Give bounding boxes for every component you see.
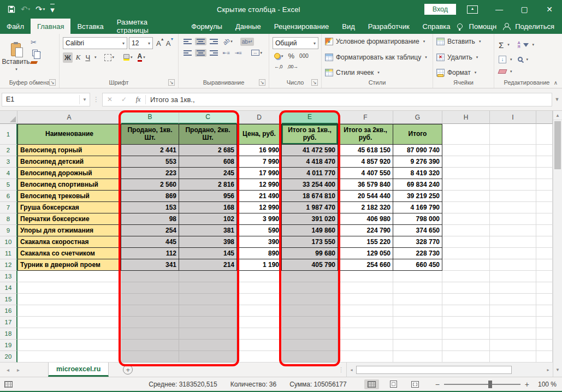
cell-A16[interactable] bbox=[17, 305, 121, 317]
cell-B14[interactable] bbox=[121, 282, 179, 294]
cell-A8[interactable]: Перчатки боксерские bbox=[17, 213, 121, 225]
cell-I10[interactable] bbox=[490, 236, 536, 248]
accounting-format-button[interactable]: ▾ bbox=[273, 52, 285, 60]
cell-E19[interactable] bbox=[282, 340, 338, 351]
cell-D3[interactable]: 7 990 bbox=[237, 156, 282, 168]
cell-C18[interactable] bbox=[179, 328, 237, 340]
normal-view-button[interactable] bbox=[364, 379, 379, 389]
cell-I11[interactable] bbox=[490, 248, 536, 259]
cell-G11[interactable]: 228 730 bbox=[393, 248, 442, 259]
percent-style-button[interactable]: % bbox=[287, 51, 297, 61]
cell-D9[interactable]: 590 bbox=[237, 225, 282, 236]
cell-G19[interactable] bbox=[393, 340, 442, 351]
tab-help[interactable]: Помощн bbox=[466, 22, 500, 31]
cell-C8[interactable]: 102 bbox=[179, 213, 237, 225]
cell-A20[interactable] bbox=[17, 351, 121, 363]
cell-F17[interactable] bbox=[338, 317, 393, 328]
tab-разметка-страницы[interactable]: Разметка страницы bbox=[110, 19, 185, 34]
zoom-level[interactable]: 100 % bbox=[534, 381, 557, 388]
cell-B10[interactable]: 445 bbox=[121, 236, 179, 248]
tab-рецензирование[interactable]: Рецензирование bbox=[268, 19, 335, 34]
cell-A14[interactable] bbox=[17, 282, 121, 294]
cell-A19[interactable] bbox=[17, 340, 121, 351]
macro-record-icon[interactable] bbox=[4, 381, 13, 388]
cell-D7[interactable]: 12 990 bbox=[237, 202, 282, 213]
cell-A2[interactable]: Велосипед горный bbox=[17, 145, 121, 156]
cell-F20[interactable] bbox=[338, 351, 393, 363]
cell-A6[interactable]: Велосипед трековый bbox=[17, 191, 121, 202]
sheet-tab-active[interactable]: microexcel.ru bbox=[48, 363, 109, 377]
cell-F1[interactable]: Итого за 2кв., руб. bbox=[338, 124, 393, 145]
cell-H1[interactable] bbox=[442, 124, 490, 145]
cell-H3[interactable] bbox=[442, 156, 490, 168]
page-layout-view-button[interactable] bbox=[387, 379, 400, 389]
cell-C19[interactable] bbox=[179, 340, 237, 351]
cell-D14[interactable] bbox=[237, 282, 282, 294]
row-header-4[interactable]: 4 bbox=[0, 168, 17, 179]
cell-B1[interactable]: Продано, 1кв. Шт. bbox=[121, 124, 179, 145]
cell-C4[interactable]: 245 bbox=[179, 168, 237, 179]
cell-D6[interactable]: 21 490 bbox=[237, 191, 282, 202]
redo-button[interactable]: ↷▾ bbox=[36, 4, 45, 14]
customize-quick-access-icon[interactable]: ▾ bbox=[50, 4, 55, 15]
cell-E9[interactable]: 149 860 bbox=[282, 225, 338, 236]
cell-E11[interactable]: 99 680 bbox=[282, 248, 338, 259]
cell-G13[interactable] bbox=[393, 271, 442, 282]
orientation-button[interactable]: ab▾ bbox=[221, 37, 234, 46]
cell-B7[interactable]: 153 bbox=[121, 202, 179, 213]
cell-I2[interactable] bbox=[490, 145, 536, 156]
cell-D10[interactable]: 390 bbox=[237, 236, 282, 248]
cell-F6[interactable]: 20 544 440 bbox=[338, 191, 393, 202]
cell-F12[interactable]: 254 660 bbox=[338, 259, 393, 271]
cell-E12[interactable]: 405 790 bbox=[282, 259, 338, 271]
expand-formula-bar-icon[interactable]: ▼ bbox=[552, 97, 562, 102]
cell-I8[interactable] bbox=[490, 213, 536, 225]
cell-F16[interactable] bbox=[338, 305, 393, 317]
cell-H10[interactable] bbox=[442, 236, 490, 248]
wrap-text-button[interactable]: ab↵ bbox=[240, 38, 255, 46]
insert-cells-button[interactable]: Вставить▾ bbox=[436, 38, 481, 45]
save-icon[interactable] bbox=[8, 5, 15, 13]
cell-B5[interactable]: 2 560 bbox=[121, 179, 179, 191]
zoom-slider-thumb[interactable] bbox=[488, 381, 492, 388]
increase-decimal-button[interactable]: ←,0 bbox=[273, 63, 284, 70]
tab-share[interactable]: Поделиться bbox=[513, 22, 557, 31]
cell-F10[interactable]: 155 220 bbox=[338, 236, 393, 248]
number-dialog-launcher[interactable]: ↘ bbox=[311, 79, 318, 86]
cell-I18[interactable] bbox=[490, 328, 536, 340]
maximize-button[interactable]: ▢ bbox=[513, 1, 536, 17]
cell-A15[interactable] bbox=[17, 294, 121, 305]
collapse-ribbon-icon[interactable]: ∧ bbox=[554, 80, 558, 86]
cell-A3[interactable]: Велосипед детский bbox=[17, 156, 121, 168]
number-format-combo[interactable]: Общий▾ bbox=[273, 37, 318, 49]
cell-E17[interactable] bbox=[282, 317, 338, 328]
fill-button[interactable]: ↓▾ bbox=[499, 56, 512, 63]
cell-H17[interactable] bbox=[442, 317, 490, 328]
font-size-combo[interactable]: 12▾ bbox=[129, 37, 153, 49]
format-cells-button[interactable]: Формат▾ bbox=[436, 69, 481, 76]
cell-B18[interactable] bbox=[121, 328, 179, 340]
merge-center-button[interactable]: ↔▾ bbox=[250, 49, 264, 57]
row-header-2[interactable]: 2 bbox=[0, 145, 17, 156]
cell-F18[interactable] bbox=[338, 328, 393, 340]
column-header-B[interactable]: B bbox=[121, 111, 179, 124]
minimize-button[interactable]: — bbox=[488, 1, 511, 17]
cell-H18[interactable] bbox=[442, 328, 490, 340]
cell-I1[interactable] bbox=[490, 124, 536, 145]
cell-A9[interactable]: Упоры для отжимания bbox=[17, 225, 121, 236]
row-header-16[interactable]: 16 bbox=[0, 305, 17, 317]
cell-A4[interactable]: Велосипед дорожный bbox=[17, 168, 121, 179]
horizontal-scrollbar[interactable]: ◂ ▸ bbox=[346, 363, 553, 377]
cell-G8[interactable]: 798 000 bbox=[393, 213, 442, 225]
cell-D4[interactable]: 17 990 bbox=[237, 168, 282, 179]
row-header-15[interactable]: 15 bbox=[0, 294, 17, 305]
horizontal-scroll-thumb[interactable] bbox=[356, 366, 512, 374]
cell-A17[interactable] bbox=[17, 317, 121, 328]
copy-button[interactable]: ▾ bbox=[31, 49, 43, 57]
row-header-12[interactable]: 12 bbox=[0, 259, 17, 271]
scroll-left-icon[interactable]: ◂ bbox=[347, 363, 356, 377]
cell-E16[interactable] bbox=[282, 305, 338, 317]
fill-color-button[interactable]: ▾ bbox=[122, 53, 134, 62]
zoom-slider[interactable] bbox=[444, 384, 520, 385]
cell-G20[interactable] bbox=[393, 351, 442, 363]
